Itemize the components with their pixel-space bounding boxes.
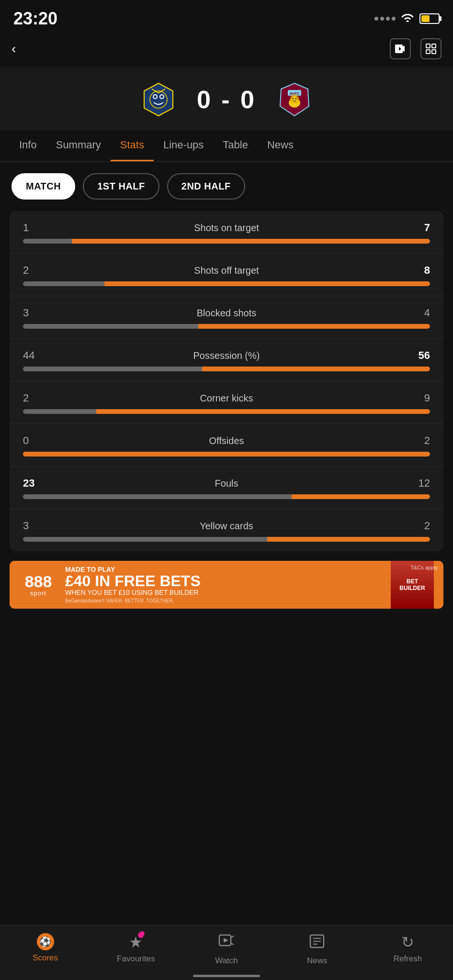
tab-news[interactable]: News: [258, 130, 303, 161]
stat-row: 23 Fouls 12: [10, 467, 443, 509]
stat-row: 2 Shots off target 8: [10, 254, 443, 296]
stat-bar-right-1: [104, 281, 430, 286]
stat-label-6: Fouls: [215, 478, 238, 489]
svg-rect-1: [432, 44, 436, 48]
nav-news[interactable]: News: [272, 933, 362, 966]
stat-bar-left-4: [23, 409, 96, 414]
stat-numbers-4: 2 Corner kicks 9: [23, 392, 430, 404]
filter-match[interactable]: MATCH: [11, 173, 75, 200]
stat-label-1: Shots off target: [194, 265, 259, 276]
home-team-logo: [139, 80, 178, 119]
stat-bar-7: [23, 537, 430, 542]
stat-bar-right-2: [198, 324, 430, 329]
ad-banner[interactable]: 888 sport MADE TO PLAY £40 IN FREE BETS …: [10, 561, 443, 609]
battery-icon: [419, 13, 440, 24]
refresh-icon: ↻: [401, 933, 414, 951]
stat-bar-right-0: [72, 239, 430, 244]
svg-point-9: [160, 95, 163, 98]
stat-right-val-4: 9: [406, 392, 430, 404]
svg-rect-2: [426, 50, 430, 54]
bottom-nav: ⚽ Scores ★ Favourites Watch News: [0, 925, 453, 980]
watch-icon: [218, 933, 235, 953]
stat-right-val-0: 7: [406, 222, 430, 234]
back-button[interactable]: ‹: [11, 41, 16, 56]
stat-label-7: Yellow cards: [200, 521, 253, 532]
stat-bar-5: [23, 452, 430, 457]
filter-first-half[interactable]: 1ST HALF: [83, 173, 159, 200]
tab-summary[interactable]: Summary: [46, 130, 111, 161]
stat-left-val-7: 3: [23, 520, 47, 532]
stat-label-3: Possession (%): [193, 350, 260, 361]
ad-content: MADE TO PLAY £40 IN FREE BETS WHEN YOU B…: [57, 566, 391, 603]
stat-bar-3: [23, 367, 430, 371]
nav-favourites[interactable]: ★ Favourites: [91, 933, 181, 966]
status-bar: 23:20: [0, 0, 453, 33]
stat-numbers-7: 3 Yellow cards 2: [23, 520, 430, 532]
stat-bar-left-0: [23, 239, 72, 244]
stats-container: 1 Shots on target 7 2 Shots off target 8…: [10, 211, 443, 551]
stat-bar-right-6: [292, 494, 430, 499]
stat-bar-left-2: [23, 324, 198, 329]
stat-bar-4: [23, 409, 430, 414]
stat-bar-right-5: [23, 452, 430, 457]
stat-bar-1: [23, 281, 430, 286]
signal-icon: [374, 17, 396, 21]
favourites-label: Favourites: [117, 954, 155, 964]
stat-right-val-6: 12: [406, 477, 430, 490]
ad-tc: T&Cs apply: [410, 565, 438, 570]
video-button[interactable]: [390, 38, 411, 59]
stat-bar-2: [23, 324, 430, 329]
stat-label-0: Shots on target: [194, 223, 259, 234]
stat-numbers-5: 0 Offsides 2: [23, 434, 430, 447]
ad-brand-name: 888: [25, 573, 52, 590]
svg-point-18: [293, 98, 294, 100]
stat-numbers-2: 3 Blocked shots 4: [23, 307, 430, 319]
refresh-label: Refresh: [394, 954, 422, 964]
ad-brand-sub: sport: [30, 590, 46, 597]
stat-bar-6: [23, 494, 430, 499]
watch-label: Watch: [215, 956, 238, 966]
stat-row: 1 Shots on target 7: [10, 211, 443, 254]
nav-top-icons: [390, 38, 442, 59]
stat-bar-left-1: [23, 281, 104, 286]
filter-row: MATCH 1ST HALF 2ND HALF: [0, 162, 453, 211]
tab-table[interactable]: Table: [213, 130, 258, 161]
tab-stats[interactable]: Stats: [111, 130, 154, 161]
svg-rect-0: [426, 44, 430, 48]
stat-bar-right-7: [267, 537, 430, 542]
stat-row: 44 Possession (%) 56: [10, 339, 443, 381]
svg-point-5: [150, 91, 167, 108]
ad-gamble-text: BeGambleAware® SAFER. BETTER. TOGETHER.: [65, 598, 391, 603]
stat-right-val-3: 56: [406, 349, 430, 362]
stat-label-5: Offsides: [209, 435, 244, 446]
stat-left-val-5: 0: [23, 434, 47, 447]
wifi-icon: [401, 12, 414, 25]
top-nav: ‹: [0, 33, 453, 67]
nav-refresh[interactable]: ↻ Refresh: [362, 933, 453, 966]
stat-numbers-6: 23 Fouls 12: [23, 477, 430, 490]
tab-lineups[interactable]: Line-ups: [154, 130, 213, 161]
tab-info[interactable]: Info: [10, 130, 46, 161]
news-label: News: [307, 956, 328, 966]
formation-button[interactable]: [420, 38, 442, 59]
stat-bar-left-3: [23, 367, 202, 371]
status-icons: [374, 12, 440, 25]
filter-second-half[interactable]: 2ND HALF: [167, 173, 245, 200]
stat-label-4: Corner kicks: [200, 393, 253, 404]
nav-watch[interactable]: Watch: [181, 933, 272, 966]
stat-left-val-2: 3: [23, 307, 47, 319]
home-indicator: [193, 975, 260, 977]
stat-left-val-1: 2: [23, 264, 47, 277]
stat-numbers-1: 2 Shots off target 8: [23, 264, 430, 277]
ad-sub: WHEN YOU BET £10 USING BET BUILDER: [65, 589, 391, 596]
svg-point-19: [295, 98, 297, 100]
stat-numbers-0: 1 Shots on target 7: [23, 222, 430, 234]
match-tabs: Info Summary Stats Line-ups Table News: [0, 130, 453, 162]
stat-bar-left-7: [23, 537, 267, 542]
ad-promo: £40 IN FREE BETS: [65, 573, 391, 589]
stat-numbers-3: 44 Possession (%) 56: [23, 349, 430, 362]
nav-scores[interactable]: ⚽ Scores: [0, 933, 91, 966]
svg-rect-3: [432, 50, 436, 54]
stat-right-val-1: 8: [406, 264, 430, 277]
svg-point-8: [154, 95, 157, 98]
